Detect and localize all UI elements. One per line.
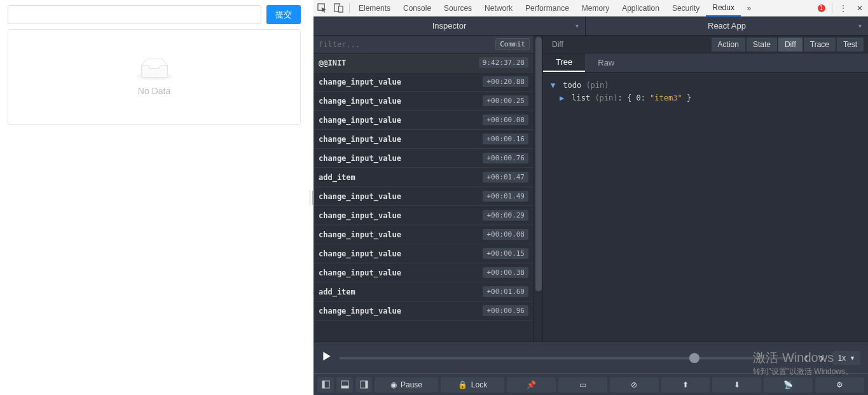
device-toolbar-icon[interactable] [330,0,347,17]
bottom-dock-button[interactable] [336,377,353,392]
import-button[interactable]: ⬆ [661,377,710,392]
tree-collapse-icon[interactable]: ▶ [560,92,567,104]
devtools-tab-application[interactable]: Application [616,0,666,17]
step-forward-button[interactable]: › [817,350,827,365]
action-time: +00:00.15 [483,248,528,259]
action-name: change_input_value [319,154,483,163]
devtools-tab-console[interactable]: Console [397,0,437,17]
action-item[interactable]: change_input_value+00:00.08 [313,225,534,244]
svg-rect-5 [322,381,324,388]
action-item[interactable]: add_item+00:01.60 [313,282,534,301]
action-time: +00:00.76 [483,153,528,163]
inspector-header[interactable]: Inspector ▾ [313,17,586,35]
devtools-tab-memory[interactable]: Memory [575,0,616,17]
devtools-tab-sources[interactable]: Sources [437,0,478,17]
clock-icon: ⊘ [631,380,637,389]
pause-button[interactable]: ◉Pause [375,377,438,392]
devtools-menu-icon[interactable]: ⋮ [835,0,851,17]
svg-rect-3 [338,6,343,12]
svg-rect-7 [341,385,348,388]
remote-button[interactable]: 📡 [764,377,813,392]
inspect-tab-state[interactable]: State [746,37,778,52]
action-item[interactable]: change_input_value+00:01.49 [313,187,534,206]
empty-text: No Data [138,86,170,96]
download-icon: ⬇ [734,380,740,389]
action-item[interactable]: change_input_value+00:00.38 [313,263,534,282]
devtools-tab-security[interactable]: Security [666,0,706,17]
slider-toggle-button[interactable]: ⊘ [610,377,659,392]
action-item[interactable]: change_input_value+00:00.15 [313,244,534,263]
dispatch-icon: ▭ [579,380,586,389]
lock-icon: 🔒 [458,380,467,389]
action-item[interactable]: @@INIT9:42:37.28 [313,53,534,73]
action-item[interactable]: change_input_value+00:00.08 [313,111,534,130]
inspect-tab-test[interactable]: Test [836,37,864,52]
bottom-toolbar: ◉Pause 🔒Lock 📌 ▭ ⊘ ⬆ ⬇ 📡 ⚙ [313,373,868,395]
replay-slider[interactable] [339,357,795,359]
action-name: change_input_value [319,307,483,315]
devtools-tab-network[interactable]: Network [478,0,519,17]
commit-button[interactable]: Commit [495,38,530,50]
action-item[interactable]: change_input_value+00:00.76 [313,149,534,168]
inspect-element-icon[interactable] [313,0,330,17]
inspect-mode-label: Diff [547,40,568,49]
action-scrollbar[interactable] [534,36,543,342]
action-name: change_input_value [319,78,483,87]
play-button[interactable] [321,350,333,365]
devtools-tab-performance[interactable]: Performance [519,0,575,17]
step-back-button[interactable]: ‹ [801,350,811,365]
action-name: change_input_value [319,268,483,277]
pin-button[interactable]: 📌 [507,377,556,392]
action-name: change_input_value [319,116,483,125]
action-time: +00:00.29 [483,210,528,221]
right-dock-button[interactable] [355,377,372,392]
action-time: +00:01.47 [483,172,528,183]
action-item[interactable]: add_item+00:01.47 [313,168,534,187]
action-name: @@INIT [319,59,479,67]
error-count-badge[interactable]: 1 [814,4,829,12]
action-item[interactable]: change_input_value+00:20.88 [313,73,534,92]
action-item[interactable]: change_input_value+00:00.96 [313,301,534,321]
split-handle[interactable] [308,0,313,395]
settings-button[interactable]: ⚙ [815,377,864,392]
lock-button[interactable]: 🔒Lock [441,377,504,392]
speed-selector[interactable]: 1x▼ [832,351,860,365]
action-time: +00:00.25 [483,95,528,106]
action-time: +00:20.88 [483,76,528,87]
redux-devtools: Inspector ▾ React App ▾ Commit @@INIT9:4… [313,17,868,395]
action-filter-input[interactable] [313,40,495,49]
subtab-tree[interactable]: Tree [543,53,585,72]
devtools-close-icon[interactable]: ✕ [851,0,868,17]
action-name: add_item [319,288,483,296]
todo-input[interactable] [8,5,261,24]
subtab-raw[interactable]: Raw [585,53,627,72]
action-item[interactable]: change_input_value+00:00.29 [313,206,534,225]
inbox-empty-icon [135,58,174,81]
slider-knob[interactable] [689,353,699,363]
action-time: +00:00.08 [483,114,528,125]
action-name: add_item [319,173,483,182]
svg-rect-9 [365,381,368,388]
dispatch-button[interactable]: ▭ [558,377,607,392]
diff-tree-view: ▼ todo (pin) ▶ list (pin): { 0: "item3" … [543,73,868,342]
devtools-tab-elements[interactable]: Elements [352,0,397,17]
action-name: change_input_value [319,230,483,239]
action-time: 9:42:37.28 [479,57,528,68]
action-item[interactable]: change_input_value+00:00.16 [313,130,534,149]
react-app-pane: 提交 No Data [0,0,308,395]
inspect-tab-action[interactable]: Action [711,37,746,52]
broadcast-icon: 📡 [783,380,793,389]
action-name: change_input_value [319,97,483,106]
action-name: change_input_value [319,211,483,220]
left-dock-button[interactable] [317,377,334,392]
inspect-tab-trace[interactable]: Trace [803,37,836,52]
action-item[interactable]: change_input_value+00:00.25 [313,92,534,111]
instance-header[interactable]: React App ▾ [586,17,868,35]
tree-expand-icon[interactable]: ▼ [551,79,558,92]
export-button[interactable]: ⬇ [712,377,761,392]
more-tabs-icon[interactable]: » [741,0,757,17]
devtools-tab-redux[interactable]: Redux [706,0,741,17]
inspect-tab-diff[interactable]: Diff [778,37,803,52]
action-time: +00:00.08 [483,229,528,240]
submit-button[interactable]: 提交 [266,5,301,24]
